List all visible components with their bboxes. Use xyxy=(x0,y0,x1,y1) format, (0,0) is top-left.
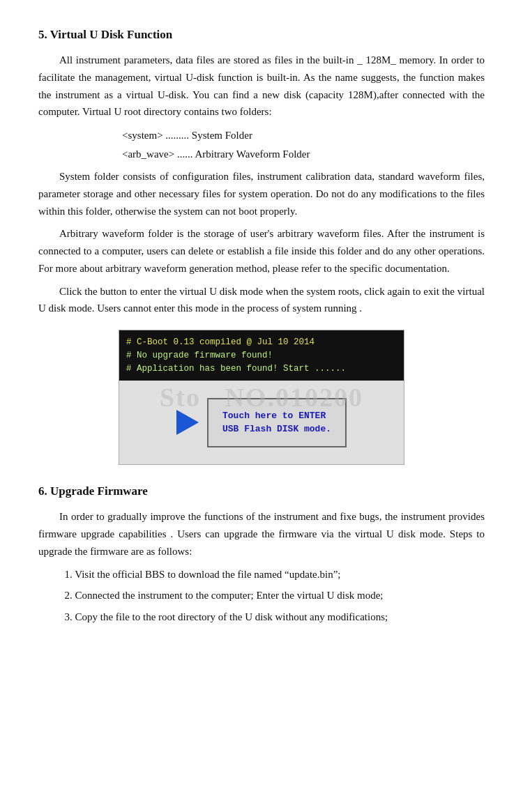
terminal-line1: # C-Boot 0.13 compiled @ Jul 10 2014 xyxy=(126,336,397,349)
button-area: Touch here to ENTER USB Flash DISK mode. xyxy=(119,381,404,464)
section6-title: 6. Upgrade Firmware xyxy=(38,484,485,498)
terminal-line3: # Application has been found! Start ....… xyxy=(126,362,397,376)
section5-para4: Click the button to enter the virtual U … xyxy=(38,283,485,318)
section6-para1: In order to gradually improve the functi… xyxy=(38,508,485,560)
terminal-display: # C-Boot 0.13 compiled @ Jul 10 2014 # N… xyxy=(119,330,404,381)
usb-mode-button[interactable]: Touch here to ENTER USB Flash DISK mode. xyxy=(207,398,347,447)
section5-para2: System folder consists of configuration … xyxy=(38,168,485,220)
section5-para1: All instrument parameters, data files ar… xyxy=(38,52,485,121)
folder-item-2: <arb_wave> ...... Arbitrary Waveform Fol… xyxy=(122,145,485,164)
folder-item-1: <system> ......... System Folder xyxy=(122,126,485,145)
screenshot-container: Sto NO.010200 # C-Boot 0.13 compiled @ J… xyxy=(119,330,404,465)
section6: 6. Upgrade Firmware In order to graduall… xyxy=(38,484,485,626)
folder-list: <system> ......... System Folder <arb_wa… xyxy=(122,126,485,164)
section5-title: 5. Virtual U Disk Function xyxy=(38,28,485,42)
usb-button-line1: Touch here to ENTER xyxy=(222,409,331,423)
section6-item2: 2. Connected the instrument to the compu… xyxy=(38,587,485,604)
section6-item1: 1. Visit the official BBS to download th… xyxy=(38,566,485,583)
terminal-line2: # No upgrade firmware found! xyxy=(126,349,397,362)
section5: 5. Virtual U Disk Function All instrumen… xyxy=(38,28,485,465)
arrow-right-icon xyxy=(176,410,199,435)
section5-para3: Arbitrary waveform folder is the storage… xyxy=(38,225,485,277)
section6-item3: 3. Copy the file to the root directory o… xyxy=(38,608,485,626)
usb-button-text: Touch here to ENTER USB Flash DISK mode. xyxy=(222,409,331,436)
usb-button-line2: USB Flash DISK mode. xyxy=(222,422,331,436)
